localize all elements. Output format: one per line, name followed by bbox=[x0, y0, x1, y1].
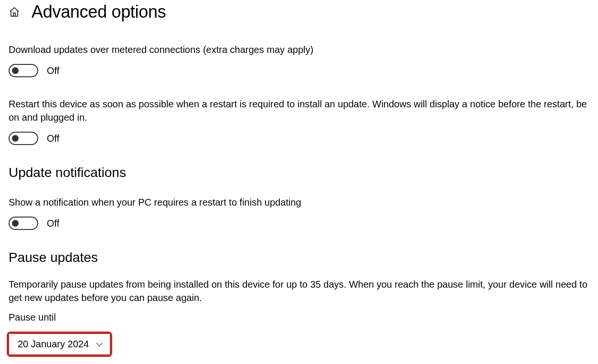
notifications-setting-desc: Show a notification when your PC require… bbox=[9, 196, 589, 209]
notifications-heading: Update notifications bbox=[9, 165, 589, 180]
notifications-toggle-state: Off bbox=[47, 218, 59, 229]
toggle-knob bbox=[12, 67, 19, 74]
page-header: Advanced options bbox=[9, 2, 589, 22]
metered-toggle-row: Off bbox=[9, 64, 589, 77]
notifications-toggle-row: Off bbox=[9, 217, 589, 230]
restart-setting-desc: Restart this device as soon as possible … bbox=[9, 97, 589, 124]
restart-toggle-row: Off bbox=[9, 132, 589, 145]
notifications-toggle[interactable] bbox=[9, 217, 38, 230]
pause-date-dropdown[interactable]: 20 January 2024 bbox=[9, 333, 110, 355]
pause-date-highlight: 20 January 2024 bbox=[7, 332, 112, 357]
metered-toggle-state: Off bbox=[47, 65, 59, 76]
metered-setting-desc: Download updates over metered connection… bbox=[9, 43, 589, 56]
page-title: Advanced options bbox=[32, 2, 166, 22]
pause-heading: Pause updates bbox=[9, 250, 589, 265]
pause-setting-desc: Temporarily pause updates from being ins… bbox=[9, 278, 589, 304]
home-icon[interactable] bbox=[9, 6, 20, 18]
metered-toggle[interactable] bbox=[9, 64, 38, 77]
pause-date-value: 20 January 2024 bbox=[18, 339, 89, 350]
restart-toggle-state: Off bbox=[47, 133, 59, 144]
restart-toggle[interactable] bbox=[9, 132, 38, 145]
pause-until-label: Pause until bbox=[9, 312, 589, 323]
chevron-down-icon bbox=[96, 341, 103, 348]
toggle-knob bbox=[12, 135, 19, 142]
toggle-knob bbox=[12, 220, 19, 227]
